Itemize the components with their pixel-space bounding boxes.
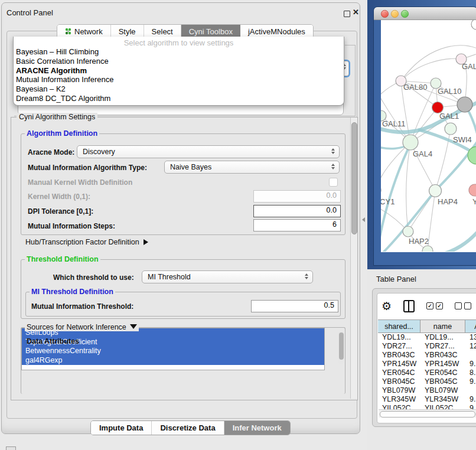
mi-threshold-field[interactable]: 0.5 xyxy=(251,300,338,312)
bottom-tab-impute-data[interactable]: Impute Data xyxy=(91,421,152,435)
column-header-name[interactable]: name xyxy=(420,320,465,332)
network-window-titlebar[interactable] xyxy=(374,7,476,20)
mi-type-combo[interactable]: Naive Bayes xyxy=(164,161,340,174)
node-label: GAL80 xyxy=(403,83,427,92)
tab-network[interactable]: Network xyxy=(57,25,111,38)
network-node[interactable] xyxy=(457,97,472,112)
kernel-width-field[interactable]: 0.0 xyxy=(253,190,341,203)
table-cell: YBR045C xyxy=(378,377,420,386)
hub-definition-label: Hub/Transcription Factor Definition xyxy=(25,238,139,246)
table-cell: 8. xyxy=(465,369,476,377)
gear-icon[interactable]: ⚙ xyxy=(382,301,392,312)
scrollbar-thumb[interactable] xyxy=(380,411,475,418)
splitpane-collapse-icon[interactable] xyxy=(362,217,365,222)
kernel-width-label: Kernel Width (0,1): xyxy=(28,193,90,201)
table-row[interactable]: YPR145WYPR145W9. xyxy=(378,360,476,369)
group-border-remnant xyxy=(345,45,355,45)
column-header-shared[interactable]: shared... xyxy=(378,320,420,332)
algorithm-option[interactable]: Mutual Information Inference xyxy=(14,75,344,84)
column-header-A[interactable]: A xyxy=(465,320,476,332)
table-row[interactable]: YBR045CYBR045C9. xyxy=(378,377,476,386)
manual-kernel-checkbox[interactable] xyxy=(329,178,338,187)
algorithm-option[interactable]: ARACNE Algorithm xyxy=(14,66,344,76)
aracne-mode-combo[interactable]: Discovery xyxy=(77,145,340,158)
table-rows: YDL19...YDL19...13YDR27...YDR27...12YBR0… xyxy=(378,333,476,413)
columns-icon[interactable] xyxy=(403,300,415,312)
algorithm-option[interactable]: Dream8 DC_TDC Algorithm xyxy=(14,94,344,103)
network-node-gal4[interactable] xyxy=(403,135,418,150)
which-threshold-label: Which threshold to use: xyxy=(53,273,134,282)
control-panel-window: Control Panel ✕ NetworkStyleSelectCyni T… xyxy=(1,2,360,434)
bottom-tab-discretize-data[interactable]: Discretize Data xyxy=(152,421,224,435)
network-node-y[interactable] xyxy=(469,184,476,196)
dpi-tolerance-field[interactable]: 0.0 xyxy=(253,205,341,217)
mi-type-value: Naive Bayes xyxy=(170,163,211,171)
combo-stepper-icon xyxy=(331,164,335,169)
algorithm-option[interactable]: Bayesian – K2 xyxy=(14,84,344,94)
table-cell: 9. xyxy=(465,360,476,369)
float-window-icon[interactable] xyxy=(344,11,350,17)
hub-definition-toggle[interactable]: Hub/Transcription Factor Definition xyxy=(25,238,148,246)
network-node[interactable] xyxy=(422,246,433,252)
algorithm-popup-prompt: Select algorithm to view settings xyxy=(14,37,344,47)
node-label: HAP2 xyxy=(409,237,429,246)
table-panel-body: ⚙ ✓✓ shared...nameA YDL19...YDL19...13YD… xyxy=(377,293,476,423)
tab-jactivemnodules[interactable]: jActiveMNodules xyxy=(240,25,313,38)
algorithm-option[interactable]: Bayesian – Hill Climbing xyxy=(14,47,344,57)
network-desktop: GALGAL80GAL10GAL1GAL11SWI4GAL4GCY1HAP4YH… xyxy=(367,0,476,269)
close-icon[interactable]: ✕ xyxy=(353,8,359,17)
network-node-hap2[interactable] xyxy=(403,226,413,237)
close-traffic-light-icon[interactable] xyxy=(381,10,389,18)
table-cell: YER054C xyxy=(420,369,465,377)
table-cell: YBL079W xyxy=(420,386,465,395)
bottom-tab-infer-network[interactable]: Infer Network xyxy=(224,421,290,435)
algorithm-dropdown-popup: Select algorithm to view settings Bayesi… xyxy=(13,37,344,106)
sources-group-title[interactable]: Sources for Network Inference xyxy=(25,323,139,331)
node-label: GAL10 xyxy=(438,87,461,96)
deselect-all-columns-icon[interactable] xyxy=(455,302,471,309)
cyni-settings-group-title: Cyni Algorithm Settings xyxy=(17,113,97,121)
table-row[interactable]: YDL19...YDL19...13 xyxy=(378,333,476,342)
manual-kernel-label: Manual Kernel Width Definition xyxy=(28,178,132,187)
network-node[interactable] xyxy=(471,20,476,30)
table-horizontal-scrollbar[interactable] xyxy=(379,409,476,418)
scrollbar-thumb[interactable] xyxy=(351,122,357,234)
minimize-traffic-light-icon[interactable] xyxy=(391,10,399,18)
node-label: GAL1 xyxy=(439,112,459,120)
network-edge[interactable] xyxy=(406,142,410,231)
bottom-tabbar: Impute DataDiscretize DataInfer Network xyxy=(90,420,291,435)
table-row[interactable]: YBL079WYBL079W xyxy=(378,386,476,395)
algorithm-option[interactable]: Basic Correlation Inference xyxy=(14,57,344,66)
tab-cyni-toolbox[interactable]: Cyni Toolbox xyxy=(181,25,240,38)
network-edge[interactable] xyxy=(443,230,476,252)
network-node-swi4[interactable] xyxy=(445,123,457,135)
node-label: Y xyxy=(472,197,476,206)
table-cell: YBR043C xyxy=(378,351,420,360)
table-row[interactable]: YBR043CYBR043C xyxy=(378,351,476,360)
data-attribute-item[interactable]: gal4RGexp xyxy=(22,356,324,366)
network-node-hap4[interactable] xyxy=(429,185,442,197)
dpi-tolerance-label: DPI Tolerance [0,1]: xyxy=(28,207,93,216)
mi-steps-field[interactable]: 6 xyxy=(253,219,341,231)
which-threshold-value: MI Threshold xyxy=(148,273,191,281)
table-cell xyxy=(465,386,476,395)
table-row[interactable]: YDR27...YDR27...12 xyxy=(378,342,476,351)
settings-vertical-scrollbar[interactable] xyxy=(350,118,357,399)
app-root: Control Panel ✕ NetworkStyleSelectCyni T… xyxy=(0,0,476,450)
table-row[interactable]: YLR345WYLR345W9. xyxy=(378,395,476,404)
select-all-columns-icon[interactable]: ✓✓ xyxy=(426,302,443,309)
network-canvas[interactable]: GALGAL80GAL10GAL1GAL11SWI4GAL4GCY1HAP4YH… xyxy=(381,20,476,252)
sources-title-label: Sources for Network Inference xyxy=(27,323,126,331)
aracne-mode-value: Discovery xyxy=(83,148,115,156)
data-attribute-item[interactable]: BetweennessCentrality xyxy=(22,347,324,356)
zoom-traffic-light-icon[interactable] xyxy=(401,10,409,18)
data-attributes-list[interactable]: SelfLoopsTopologicalCoefficientBetweenne… xyxy=(21,328,325,370)
table-cell: YPR145W xyxy=(378,360,420,369)
table-cell: 9. xyxy=(465,377,476,386)
table-row[interactable]: YER054CYER054C8. xyxy=(378,369,476,377)
tab-label: jActiveMNodules xyxy=(248,27,305,36)
which-threshold-combo[interactable]: MI Threshold xyxy=(142,270,313,283)
tab-style[interactable]: Style xyxy=(111,25,144,38)
tab-select[interactable]: Select xyxy=(144,25,181,38)
node-label: HAP4 xyxy=(438,197,458,206)
